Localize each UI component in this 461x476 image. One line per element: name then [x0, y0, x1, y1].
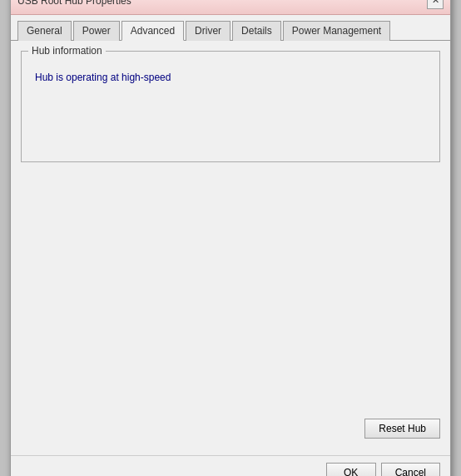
- title-bar: USB Root Hub Properties ✕: [11, 0, 450, 15]
- cancel-button[interactable]: Cancel: [381, 463, 440, 477]
- tab-power-management[interactable]: Power Management: [283, 21, 390, 41]
- hub-information-group: Hub information Hub is operating at high…: [21, 51, 440, 162]
- reset-hub-button[interactable]: Reset Hub: [364, 419, 440, 439]
- tab-content: Hub information Hub is operating at high…: [11, 41, 450, 455]
- bottom-bar: OK Cancel: [11, 455, 450, 477]
- tab-driver[interactable]: Driver: [186, 21, 230, 41]
- tab-bar: General Power Advanced Driver Details Po…: [11, 15, 450, 41]
- group-box-content: Hub is operating at high-speed: [32, 68, 429, 151]
- tab-general[interactable]: General: [17, 21, 72, 41]
- close-icon: ✕: [432, 0, 439, 6]
- main-window: USB Root Hub Properties ✕ General Power …: [10, 0, 451, 476]
- reset-hub-row: Reset Hub: [21, 412, 440, 445]
- window-title: USB Root Hub Properties: [17, 0, 131, 7]
- ok-button[interactable]: OK: [326, 463, 376, 477]
- close-button[interactable]: ✕: [427, 0, 444, 9]
- tab-advanced[interactable]: Advanced: [121, 21, 184, 41]
- hub-status-text: Hub is operating at high-speed: [32, 68, 429, 87]
- group-box-label: Hub information: [28, 45, 106, 57]
- tab-power[interactable]: Power: [73, 21, 120, 41]
- tab-details[interactable]: Details: [232, 21, 281, 41]
